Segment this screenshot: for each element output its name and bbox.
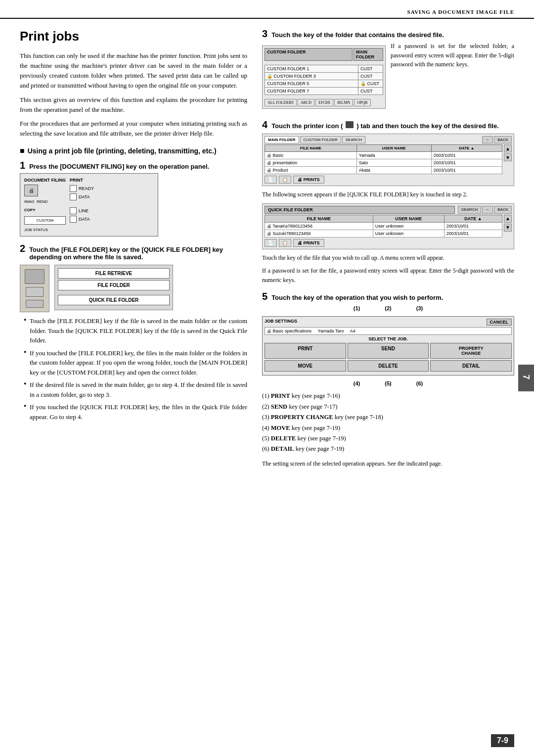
cf-cell-4-name: CUSTOM FOLDER 7 (265, 88, 358, 95)
step-4: 4 Touch the printer icon ( ) tab and the… (262, 120, 514, 284)
line-label: LINE (79, 208, 89, 213)
js-info-text: Basic specifications (273, 329, 312, 333)
tab-opqr[interactable]: OPQR (354, 99, 370, 106)
qff-scroll-down-btn[interactable]: ▼ (504, 224, 512, 232)
cf-row-4[interactable]: CUSTOM FOLDER 7 CUST (265, 88, 383, 95)
custom-folder-table: CUSTOM FOLDER 1 CUST 🔒 CUSTOM FOLDER 3 C… (265, 65, 383, 95)
custom-label: CUSTOM (24, 216, 66, 225)
js-delete-btn[interactable]: DELETE (348, 360, 429, 372)
step-3-num: 3 (262, 29, 267, 39)
intro-p2: This section gives an overview of this f… (20, 95, 247, 115)
tab-efghi[interactable]: EFGHI (315, 99, 333, 106)
device-tray (26, 287, 44, 297)
tab-main-folder[interactable]: MAIN FOLDER (265, 136, 299, 143)
cf-row-2[interactable]: 🔒 CUSTOM FOLDER 3 CUST (265, 73, 383, 80)
back-arrow-btn[interactable]: ← (482, 136, 493, 143)
mft-row-1[interactable]: 🖨 Basic Yamada 2003/10/01 (265, 152, 502, 159)
cf-header-left: CUSTOM FOLDER (265, 48, 353, 61)
mft-cell-2-name: 🖨 presentation (265, 159, 357, 167)
qff-table-wrapper: FILE NAME USER NAME DATE ▲ 🖨 TanaKa78901… (265, 215, 512, 237)
js-send-btn[interactable]: SEND (348, 343, 429, 359)
cf-row-1[interactable]: CUSTOM FOLDER 1 CUST (265, 65, 383, 73)
step-4-qff-text: The following screen appears if the [QUI… (262, 190, 514, 199)
step-3-text: Touch the key of the folder that contain… (271, 31, 444, 39)
tab-all-folders[interactable]: ALL FOLDERS (265, 99, 297, 106)
doc-filing-left: DOCUMENT FILING 🖨 IMAG REND COPY CUSTOM … (24, 178, 66, 232)
qff-search-btn[interactable]: SEARCH (458, 206, 481, 214)
key-1: (1) PRINT key (see page 7-16) (262, 391, 514, 401)
key-3: (3) PROPERTY CHANGE key (see page 7-18) (262, 413, 514, 422)
data2-label: DATA (79, 217, 90, 222)
back-btn[interactable]: BACK (494, 136, 512, 143)
qff-arrow-btn[interactable]: ← (482, 206, 493, 214)
scroll-up-btn[interactable]: ▲ (504, 144, 512, 152)
page-icon-btn[interactable]: 📄 (265, 176, 277, 184)
qff-table: FILE NAME USER NAME DATE ▲ 🖨 TanaKa78901… (265, 215, 502, 237)
qff-cell-1-name: 🖨 TanaKa7890123456 (265, 222, 373, 230)
js-move-btn[interactable]: MOVE (265, 360, 346, 372)
callout-3: (3) (416, 305, 423, 311)
js-property-change-btn[interactable]: PROPERTYCHANGE (430, 343, 512, 359)
prints-btn[interactable]: 🖨 PRINTS (293, 176, 324, 184)
mft-row-2[interactable]: 🖨 presentation Sato 2003/10/01 (265, 159, 502, 167)
job-status: JOB STATUS (24, 228, 66, 232)
step-1-text: Press the [DOCUMENT FILING] key on the o… (29, 163, 209, 170)
intro-p1: This function can only be used if the ma… (20, 51, 247, 91)
key-list: (1) PRINT key (see page 7-16) (2) SEND k… (262, 391, 514, 454)
qff-scroll-up-btn[interactable]: ▲ (504, 215, 512, 223)
col-user-name: USER NAME (356, 145, 431, 152)
step-5: 5 Touch the key of the operation that yo… (262, 291, 514, 468)
device-body (25, 269, 44, 284)
device-tray2 (26, 300, 44, 308)
file-folder-btn[interactable]: FILE FOLDER (58, 280, 170, 290)
file-folder-panel: FILE RETRIEVE FILE FOLDER QUICK FILE FOL… (54, 265, 173, 310)
qff-row-1[interactable]: 🖨 TanaKa7890123456 User unknown 2003/10/… (265, 222, 502, 230)
tab-jklmn[interactable]: JKLMN (334, 99, 354, 106)
step-2-header: 2 Touch the [FILE FOLDER] key or the [QU… (20, 243, 247, 261)
js-top-bar: JOB SETTINGS CANCEL (265, 319, 512, 326)
mft-cell-2-user: Sato (356, 159, 431, 167)
qff-prints-btn[interactable]: 🖨 PRINTS (293, 239, 324, 247)
ready-row: READY (70, 185, 94, 192)
tab-search[interactable]: SEARCH (342, 136, 365, 143)
js-print-btn[interactable]: PRINT (265, 343, 346, 359)
qff-page-icon[interactable]: 📄 (265, 239, 277, 247)
callout-5: (5) (385, 380, 391, 386)
mft-header-row: FILE NAME USER NAME DATE ▲ (265, 145, 502, 152)
page-number: 7-9 (491, 734, 514, 747)
intro-p3: For the procedures that are performed at… (20, 119, 247, 139)
step-5-header: 5 Touch the key of the operation that yo… (262, 291, 514, 301)
main-folder-panel: MAIN FOLDER CUSTOM FOLDER SEARCH ← BACK … (262, 134, 514, 186)
scroll-down-btn[interactable]: ▼ (504, 153, 512, 161)
step-2-num: 2 (20, 243, 25, 253)
step-4-text: Touch the printer icon ( (271, 122, 343, 130)
key-5: (5) DELETE key (see page 7-19) (262, 434, 514, 443)
js-paper: A4 (350, 329, 356, 333)
step-1-header: 1 Press the [DOCUMENT FILING] key on the… (20, 160, 247, 170)
multi-page-btn[interactable]: 📋 (279, 176, 291, 184)
qff-panel: QUICK FILE FOLDER SEARCH ← BACK FILE NAM… (262, 203, 514, 249)
tab-custom-folder[interactable]: CUSTOM FOLDER (300, 136, 341, 143)
file-retrieve-btn[interactable]: FILE RETRIEVE (58, 268, 170, 279)
cf-header-row: CUSTOM FOLDER MAIN FOLDER (265, 48, 383, 61)
js-detail-btn[interactable]: DETAIL (430, 360, 512, 372)
js-icon: 🖨 (267, 329, 271, 333)
mft-row-3[interactable]: 🖨 Product Akata 2003/10/01 (265, 167, 502, 174)
qff-row-2[interactable]: 🖨 Suzuki7890123456 User unknown 2003/10/… (265, 230, 502, 237)
quick-file-folder-btn[interactable]: QUICK FILE FOLDER (58, 295, 170, 305)
cf-row-3[interactable]: CUSTOM FOLDER 5 🔒 CUST (265, 80, 383, 88)
qff-cell-2-user: User unknown (373, 230, 444, 237)
qff-multi-icon[interactable]: 📋 (279, 239, 291, 247)
bullet-3: If the desired file is saved in the main… (24, 380, 247, 399)
qff-back-btn[interactable]: BACK (494, 206, 512, 214)
custom-folder-table-wrapper: CUSTOM FOLDER MAIN FOLDER CUSTOM FOLDER … (262, 42, 386, 113)
col-file-name: FILE NAME (265, 145, 357, 152)
mft-cell-2-date: 2003/10/01 (431, 159, 502, 167)
tab-abcd[interactable]: ABCD (298, 99, 314, 106)
section-heading: Using a print job file (printing, deleti… (20, 146, 247, 155)
qff-cell-2-date: 2003/10/01 (444, 230, 502, 237)
qff-col-user: USER NAME (373, 215, 444, 222)
mft-cell-3-date: 2003/10/01 (431, 167, 502, 174)
qff-header-row: FILE NAME USER NAME DATE ▲ (265, 215, 502, 222)
js-cancel-btn[interactable]: CANCEL (487, 319, 512, 326)
